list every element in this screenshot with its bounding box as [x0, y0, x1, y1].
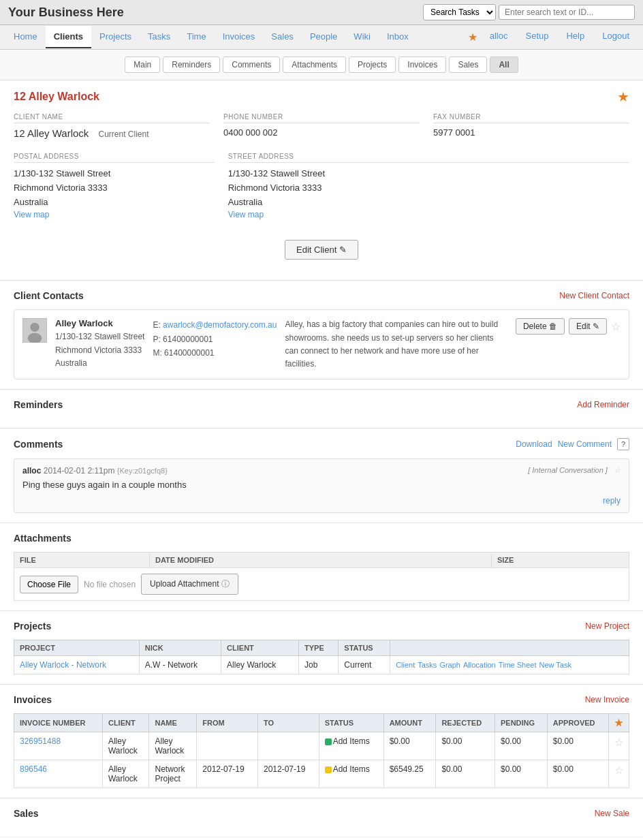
subnav-main[interactable]: Main: [125, 57, 160, 73]
inv-col-amount: AMOUNT: [383, 714, 436, 732]
download-link[interactable]: Download: [516, 439, 552, 449]
inv-col-status: STATUS: [319, 714, 383, 732]
nav-wiki[interactable]: Wiki: [345, 26, 379, 48]
projects-title: Projects: [14, 621, 51, 632]
inv-star-1[interactable]: ☆: [614, 736, 623, 748]
proj-name-link[interactable]: Alley Warlock - Network: [20, 660, 106, 670]
edit-client-button[interactable]: Edit Client ✎: [285, 240, 358, 260]
proj-action-tasks[interactable]: Tasks: [418, 661, 437, 669]
inv-name-2: NetworkProject: [149, 760, 197, 788]
proj-nick: A.W - Network: [139, 656, 221, 674]
subnav-attachments[interactable]: Attachments: [283, 57, 346, 73]
contact-star-icon[interactable]: ☆: [611, 320, 621, 333]
nav-time[interactable]: Time: [178, 26, 214, 48]
proj-action-timesheet[interactable]: Time Sheet: [499, 661, 537, 669]
inv-number-link-2[interactable]: 896546: [20, 764, 47, 774]
contact-avatar: [22, 318, 47, 343]
inv-rejected-1: $0.00: [436, 732, 495, 760]
proj-col-project: PROJECT: [14, 640, 140, 656]
nav-help[interactable]: Help: [558, 25, 593, 49]
add-reminder-link[interactable]: Add Reminder: [577, 400, 629, 409]
new-project-link[interactable]: New Project: [585, 621, 629, 631]
attach-upload-cell: Choose File No file chosen Upload Attach…: [14, 568, 629, 601]
comments-section: Comments Download New Comment ? alloc 20…: [0, 428, 643, 523]
new-sale-link[interactable]: New Sale: [595, 809, 629, 818]
proj-action-client[interactable]: Client: [396, 661, 415, 669]
comment-text: Ping these guys again in a couple months: [22, 480, 621, 490]
street-col: STREET ADDRESS 1/130-132 Stawell Street …: [228, 153, 629, 219]
inv-client-2: AlleyWarlock: [102, 760, 149, 788]
nav-projects[interactable]: Projects: [91, 26, 140, 48]
inv-number-link-1[interactable]: 326951488: [20, 736, 61, 746]
new-comment-link[interactable]: New Comment: [558, 439, 612, 449]
inv-status-1: Add Items: [319, 732, 383, 760]
nav-clients[interactable]: Clients: [46, 26, 91, 48]
nav-logout[interactable]: Logout: [594, 25, 638, 49]
edit-btn-wrap: Edit Client ✎: [14, 233, 629, 266]
client-title-link[interactable]: 12 Alley Warlock: [14, 91, 99, 103]
inv-col-rejected: REJECTED: [436, 714, 495, 732]
nav-people[interactable]: People: [302, 26, 345, 48]
proj-col-type: TYPE: [298, 640, 338, 656]
proj-type: Job: [298, 656, 338, 674]
nav-right: ★ alloc Setup Help Logout: [465, 25, 638, 49]
proj-action-graph[interactable]: Graph: [439, 661, 460, 669]
client-favorite-star[interactable]: ★: [617, 89, 629, 105]
nav-alloc[interactable]: alloc: [482, 25, 516, 49]
contact-delete-button[interactable]: Delete 🗑: [516, 318, 565, 335]
street-view-map[interactable]: View map: [228, 210, 264, 219]
inv-rejected-2: $0.00: [436, 760, 495, 788]
client-status: Current Client: [99, 129, 149, 139]
postal-view-map[interactable]: View map: [14, 210, 49, 219]
inv-star-2[interactable]: ☆: [614, 764, 623, 776]
contact-edit-button[interactable]: Edit ✎: [569, 318, 607, 335]
nav-tasks[interactable]: Tasks: [140, 26, 178, 48]
inv-pending-2: $0.00: [495, 760, 548, 788]
proj-row-actions: Client Tasks Graph Allocation Time Sheet…: [396, 661, 623, 669]
subnav-comments[interactable]: Comments: [223, 57, 280, 73]
invoices-table: INVOICE NUMBER CLIENT NAME FROM TO STATU…: [14, 713, 629, 788]
upload-attachment-button[interactable]: Upload Attachment ⓘ: [141, 574, 238, 595]
new-client-contact-link[interactable]: New Client Contact: [559, 291, 629, 300]
table-row: 326951488 AlleyWarlock AlleyWarlock Add …: [14, 732, 629, 760]
invoices-section: Invoices New Invoice INVOICE NUMBER CLIE…: [0, 684, 643, 798]
comments-header: Comments Download New Comment ?: [14, 438, 629, 450]
comment-star-icon[interactable]: ☆: [614, 466, 621, 474]
inv-approved-1: $0.00: [547, 732, 608, 760]
nav-sales[interactable]: Sales: [263, 26, 302, 48]
nav-invoices[interactable]: Invoices: [215, 26, 264, 48]
nav-inbox[interactable]: Inbox: [379, 26, 417, 48]
search-type-select[interactable]: Search Tasks: [423, 4, 496, 20]
subnav-all[interactable]: All: [490, 57, 518, 73]
proj-action-newtask[interactable]: New Task: [539, 661, 571, 669]
new-invoice-link[interactable]: New Invoice: [585, 695, 629, 704]
comments-title: Comments: [14, 439, 63, 450]
comment-help-icon[interactable]: ?: [617, 438, 629, 450]
inv-pending-1: $0.00: [495, 732, 548, 760]
inv-status-2: Add Items: [319, 760, 383, 788]
contact-mobile-row: M: 61400000001: [153, 346, 277, 360]
subnav-reminders[interactable]: Reminders: [163, 57, 220, 73]
subnav-projects[interactable]: Projects: [349, 57, 396, 73]
attach-col-size: SIZE: [491, 553, 629, 568]
attach-upload-row: Choose File No file chosen Upload Attach…: [14, 568, 629, 601]
client-name-label: CLIENT NAME: [14, 113, 210, 123]
client-fax-col: FAX NUMBER 5977 0001: [433, 113, 629, 139]
reply-link[interactable]: reply: [603, 496, 621, 505]
choose-file-button[interactable]: Choose File: [20, 576, 78, 593]
postal-col: POSTAL ADDRESS 1/130-132 Stawell Street …: [14, 153, 215, 219]
sales-section: Sales New Sale: [0, 798, 643, 837]
nav-home[interactable]: Home: [5, 26, 46, 48]
search-input[interactable]: [499, 5, 635, 20]
inv-col-approved: APPROVED: [547, 714, 608, 732]
contact-email-link[interactable]: awarlock@demofactory.com.au: [163, 320, 277, 330]
attachments-table: FILE DATE MODIFIED SIZE Choose File No f…: [14, 552, 629, 601]
subnav-sales[interactable]: Sales: [449, 57, 487, 73]
proj-action-allocation[interactable]: Allocation: [463, 661, 496, 669]
attachments-title: Attachments: [14, 533, 72, 544]
subnav-invoices[interactable]: Invoices: [398, 57, 446, 73]
no-file-text: No file chosen: [84, 580, 136, 589]
nav-setup[interactable]: Setup: [518, 25, 557, 49]
street-address: 1/130-132 Stawell Street Richmond Victor…: [228, 167, 629, 209]
contact-address: 1/130-132 Stawell Street Richmond Victor…: [55, 330, 144, 370]
